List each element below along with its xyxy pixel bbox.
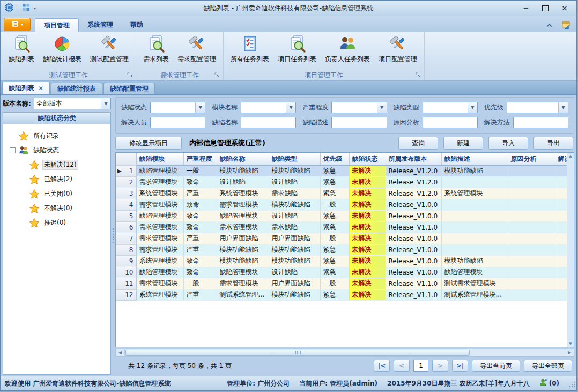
filter-combo-严重程度[interactable]: ▼ [331, 102, 387, 113]
cell-所属发布版本[interactable]: Release_V1.0.0 [386, 255, 441, 267]
ribbon-tab-系统管理[interactable]: 系统管理 [79, 18, 122, 31]
filter-input-解决方法[interactable] [513, 117, 568, 128]
table-row[interactable]: 10缺陷管理模块致命缺陷管理模块设计缺陷紧急未解决Release_V1.0.0缺… [116, 267, 574, 278]
cell-缺陷名称[interactable]: 用户界面缺陷 [217, 233, 269, 244]
doc-tab-缺陷配置管理[interactable]: 缺陷配置管理 [103, 83, 155, 94]
row-number[interactable]: 3 [116, 188, 136, 199]
vertical-scrollbar[interactable]: ▲ ▼ [567, 153, 574, 347]
resize-grip-icon[interactable] [569, 381, 575, 389]
cell-缺陷名称[interactable]: 模块功能缺陷 [217, 244, 269, 255]
cell-缺陷模块[interactable]: 需求管理模块 [136, 176, 183, 188]
scrollbar-thumb[interactable] [125, 350, 470, 356]
scrollbar-track[interactable] [125, 349, 565, 356]
cell-所属发布版本[interactable]: Release_V1.2.0 [386, 176, 441, 188]
horizontal-scrollbar[interactable]: ◀ ▶ [115, 349, 574, 357]
cell-缺陷类型[interactable]: 设计缺陷 [269, 210, 320, 221]
export-all-pages-button[interactable]: 导出全部页 [524, 360, 572, 372]
cell-所属发布版本[interactable]: Release_V1.2.0 [386, 188, 441, 199]
cell-优先级[interactable]: 紧急 [320, 188, 349, 199]
cell-缺陷描述[interactable] [441, 221, 508, 233]
cell-缺陷类型[interactable]: 模块功能缺陷 [269, 199, 320, 210]
cell-优先级[interactable]: 紧急 [320, 244, 349, 255]
action-button-查询[interactable]: 查询 [398, 137, 438, 150]
cell-缺陷描述[interactable] [441, 199, 508, 210]
doc-tab-缺陷统计报表[interactable]: 缺陷统计报表 [51, 83, 102, 94]
cell-缺陷模块[interactable]: 系统管理模块 [136, 255, 183, 267]
cell-优先级[interactable]: 紧急 [320, 267, 349, 278]
notification-area[interactable]: (0) [539, 379, 559, 388]
tree-item-不解决(0)[interactable]: 不解决(0) [4, 201, 109, 216]
ribbon-button-项目任务列表[interactable]: 项目任务列表 [274, 33, 320, 64]
first-page-button[interactable]: |< [374, 360, 390, 372]
ribbon-tab-项目管理[interactable]: 项目管理 [35, 18, 79, 32]
cell-缺陷名称[interactable]: 模块功能缺陷 [217, 165, 269, 176]
cell-缺陷状态[interactable]: 未解决 [349, 267, 386, 278]
cell-所属发布版本[interactable]: Release_V1.0.0 [386, 199, 441, 210]
cell-严重程度[interactable]: 一般 [183, 165, 217, 176]
cell-缺陷模块[interactable]: 缺陷管理模块 [136, 165, 183, 176]
cell-缺陷类型[interactable]: 模块功能缺陷 [269, 244, 320, 255]
cell-严重程度[interactable]: 严重 [183, 244, 217, 255]
row-number[interactable]: 10 [116, 267, 136, 278]
cell-优先级[interactable]: 紧急 [320, 210, 349, 221]
cell-缺陷状态[interactable]: 未解决 [349, 289, 386, 300]
cell-所属发布版本[interactable]: Release_V1.1.0 [386, 221, 441, 233]
table-row[interactable]: 9系统管理模块致命模块功能缺陷模块功能缺陷紧急未解决Release_V1.0.0… [116, 255, 574, 267]
cell-缺陷状态[interactable]: 未解决 [349, 165, 386, 176]
cell-缺陷描述[interactable]: 系统管理模块 [441, 188, 508, 199]
ribbon-button-缺陷统计报表[interactable]: 缺陷统计报表 [39, 33, 85, 64]
column-header-缺陷描述[interactable]: 缺陷描述 [441, 153, 508, 165]
cell-缺陷描述[interactable]: 测试需求管理模块 [441, 278, 508, 289]
row-number[interactable]: 8 [116, 244, 136, 255]
collapse-ribbon-icon[interactable] [543, 20, 555, 30]
ribbon-button-需求配置管理[interactable]: 需求配置管理 [174, 33, 220, 64]
filter-input-缺陷名称[interactable] [241, 117, 296, 128]
cell-缺陷类型[interactable]: 模块功能缺陷 [269, 165, 320, 176]
cell-缺陷状态[interactable]: 未解决 [349, 210, 386, 221]
close-button[interactable]: ✕ [555, 2, 574, 14]
cell-优先级[interactable]: 一般 [320, 278, 349, 289]
table-row[interactable]: 12系统管理模块严重测试系统管理...模块功能缺陷紧急未解决Release_V1… [116, 289, 574, 300]
column-header-缺陷状态[interactable]: 缺陷状态 [349, 153, 386, 165]
chevron-down-icon[interactable]: ▾ [34, 6, 36, 11]
cell-缺陷名称[interactable]: 缺陷管理模块 [217, 267, 269, 278]
filter-combo-模块名称[interactable]: ▼ [241, 102, 296, 113]
ribbon-button-所有任务列表[interactable]: 所有任务列表 [227, 33, 273, 64]
cell-所属发布版本[interactable]: Release_V1.0.0 [386, 210, 441, 221]
cell-严重程度[interactable]: 致命 [183, 267, 217, 278]
cell-原因分析[interactable] [508, 221, 555, 233]
customize-toolbar-icon[interactable] [22, 3, 30, 13]
cell-原因分析[interactable] [508, 176, 555, 188]
cell-缺陷状态[interactable]: 未解决 [349, 176, 386, 188]
cell-缺陷状态[interactable]: 未解决 [349, 199, 386, 210]
filter-input-解决人员[interactable] [150, 117, 205, 128]
ribbon-button-缺陷列表[interactable]: 缺陷列表 [5, 33, 38, 64]
row-number[interactable]: 4 [116, 199, 136, 210]
cell-缺陷描述[interactable] [441, 210, 508, 221]
table-row[interactable]: 3系统管理模块严重系统管理模块需求缺陷紧急未解决Release_V1.2.0系统… [116, 188, 574, 199]
collapse-node-icon[interactable] [10, 147, 16, 153]
cell-缺陷名称[interactable]: 测试系统管理... [217, 289, 269, 300]
scroll-right-icon[interactable]: ▶ [565, 349, 574, 356]
row-number[interactable]: 2 [116, 176, 136, 188]
cell-缺陷类型[interactable]: 用户界面缺陷 [269, 233, 320, 244]
dialog-launcher-icon[interactable] [214, 72, 220, 79]
window-switch-icon[interactable] [560, 20, 572, 30]
app-menu-button[interactable]: ▾ [4, 18, 31, 31]
cell-所属发布版本[interactable]: Release_V1.1.0 [386, 278, 441, 289]
column-header-原因分析[interactable]: 原因分析 [508, 153, 555, 165]
scroll-up-icon[interactable]: ▲ [569, 154, 572, 158]
cell-缺陷模块[interactable]: 需求管理模块 [136, 278, 183, 289]
scroll-down-icon[interactable]: ▼ [569, 342, 572, 346]
tree-item-缺陷状态[interactable]: 缺陷状态 [4, 143, 109, 158]
table-row[interactable]: 6需求管理模块致命需求管理模块需求缺陷紧急未解决Release_V1.1.0 [116, 221, 574, 233]
cell-所属发布版本[interactable]: Release_V1.2.0 [386, 165, 441, 176]
cell-缺陷描述[interactable]: 模块功能缺陷 [441, 165, 508, 176]
cell-严重程度[interactable]: 严重 [183, 233, 217, 244]
column-header-缺陷名称[interactable]: 缺陷名称 [217, 153, 269, 165]
cell-缺陷状态[interactable]: 未解决 [349, 233, 386, 244]
cell-缺陷模块[interactable]: 缺陷管理模块 [136, 210, 183, 221]
prev-page-button[interactable]: < [394, 360, 410, 372]
cell-缺陷类型[interactable]: 用户界面缺陷 [269, 278, 320, 289]
cell-缺陷名称[interactable]: 设计缺陷 [217, 176, 269, 188]
